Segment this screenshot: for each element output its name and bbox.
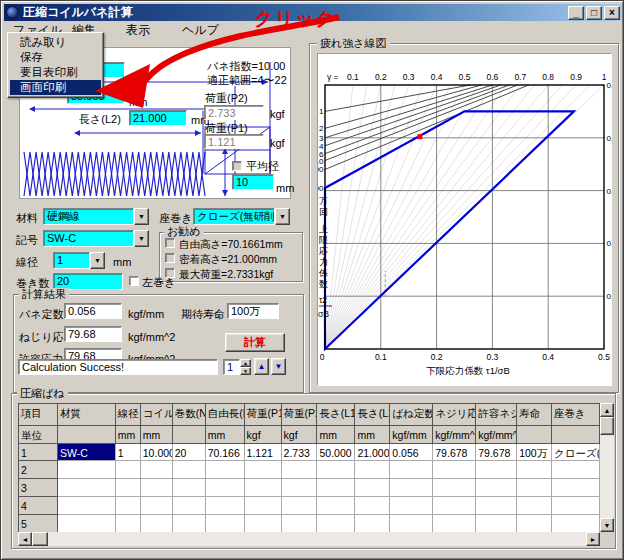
- empty-cell[interactable]: [116, 461, 141, 479]
- table-cell[interactable]: 100万: [517, 444, 552, 461]
- spinner-up-icon[interactable]: ▲: [240, 359, 251, 367]
- empty-cell[interactable]: [173, 479, 206, 497]
- spinner-down-icon[interactable]: ▼: [240, 367, 251, 375]
- table-cell[interactable]: 1: [116, 444, 141, 461]
- vscroll-thumb[interactable]: [600, 417, 614, 435]
- menu-help[interactable]: ヘルプ: [178, 21, 223, 40]
- menu-item-print-screen[interactable]: 画面印刷: [10, 80, 101, 95]
- empty-row-header[interactable]: 5: [19, 515, 58, 533]
- table-cell[interactable]: 20: [173, 444, 206, 461]
- table-cell[interactable]: 10.000: [141, 444, 173, 461]
- solid-height-checkbox[interactable]: [165, 253, 175, 263]
- empty-cell[interactable]: [517, 515, 552, 533]
- item-spinner[interactable]: ▲ ▼: [240, 359, 251, 375]
- empty-row-header[interactable]: 2: [19, 461, 58, 479]
- empty-cell[interactable]: [552, 497, 600, 515]
- menu-item-print-spec[interactable]: 要目表印刷: [10, 65, 101, 80]
- empty-cell[interactable]: [116, 479, 141, 497]
- life-field[interactable]: 100万: [227, 303, 279, 319]
- empty-cell[interactable]: [173, 515, 206, 533]
- empty-cell[interactable]: [282, 479, 318, 497]
- seat-dropdown[interactable]: クローズ(無研削) ▼: [193, 208, 290, 225]
- empty-cell[interactable]: [476, 461, 517, 479]
- empty-cell[interactable]: [552, 461, 600, 479]
- empty-cell[interactable]: [58, 497, 116, 515]
- empty-cell[interactable]: [141, 497, 173, 515]
- empty-cell[interactable]: [552, 479, 600, 497]
- table-cell[interactable]: 21.000: [355, 444, 390, 461]
- empty-cell[interactable]: [141, 461, 173, 479]
- empty-cell[interactable]: [476, 479, 517, 497]
- empty-cell[interactable]: [476, 497, 517, 515]
- empty-cell[interactable]: [245, 461, 282, 479]
- mean-diameter-field[interactable]: 10: [232, 174, 274, 190]
- menu-item-open[interactable]: 読み取り: [10, 35, 101, 50]
- l2-field[interactable]: 21.000: [129, 110, 187, 126]
- empty-cell[interactable]: [433, 497, 476, 515]
- empty-cell[interactable]: [355, 479, 390, 497]
- empty-cell[interactable]: [282, 461, 318, 479]
- table-cell[interactable]: クローズ(無研削): [552, 444, 600, 461]
- empty-cell[interactable]: [206, 461, 245, 479]
- empty-row-header[interactable]: 3: [19, 479, 58, 497]
- dropdown-arrow-icon[interactable]: ▼: [90, 252, 105, 269]
- calculate-button[interactable]: 計算: [225, 333, 285, 352]
- left-wind-checkbox[interactable]: [129, 276, 139, 286]
- empty-cell[interactable]: [317, 461, 355, 479]
- table-cell[interactable]: SW-C: [58, 444, 116, 461]
- empty-cell[interactable]: [141, 515, 173, 533]
- empty-cell[interactable]: [433, 461, 476, 479]
- empty-cell[interactable]: [317, 497, 355, 515]
- empty-cell[interactable]: [517, 479, 552, 497]
- empty-cell[interactable]: [173, 461, 206, 479]
- empty-cell[interactable]: [355, 497, 390, 515]
- menu-item-save[interactable]: 保存: [10, 50, 101, 65]
- prev-item-button[interactable]: ▲: [254, 358, 269, 375]
- free-height-checkbox[interactable]: [165, 238, 175, 248]
- empty-cell[interactable]: [245, 479, 282, 497]
- empty-cell[interactable]: [206, 515, 245, 533]
- empty-cell[interactable]: [317, 479, 355, 497]
- spring-constant-field[interactable]: 0.056: [64, 303, 122, 319]
- dropdown-arrow-icon[interactable]: ▼: [134, 230, 149, 247]
- empty-cell[interactable]: [552, 515, 600, 533]
- empty-cell[interactable]: [206, 497, 245, 515]
- mean-diameter-checkbox[interactable]: [232, 161, 242, 171]
- material-dropdown[interactable]: 硬鋼線 ▼: [43, 208, 149, 225]
- close-button[interactable]: ×: [604, 6, 620, 20]
- scroll-down-icon[interactable]: ▼: [600, 518, 614, 532]
- table-hscrollbar[interactable]: [18, 532, 600, 546]
- empty-cell[interactable]: [390, 479, 433, 497]
- torsion-stress-field[interactable]: 79.68: [64, 326, 122, 342]
- table-row-header[interactable]: 1: [19, 444, 58, 461]
- empty-cell[interactable]: [245, 497, 282, 515]
- empty-cell[interactable]: [517, 461, 552, 479]
- table-cell[interactable]: 79.678: [476, 444, 517, 461]
- empty-cell[interactable]: [355, 461, 390, 479]
- empty-cell[interactable]: [282, 515, 318, 533]
- table-cell[interactable]: 50.000: [317, 444, 355, 461]
- maximize-button[interactable]: □: [586, 6, 602, 20]
- table-cell[interactable]: 2.733: [282, 444, 318, 461]
- empty-cell[interactable]: [116, 497, 141, 515]
- empty-cell[interactable]: [206, 479, 245, 497]
- dropdown-arrow-icon[interactable]: ▼: [134, 208, 149, 225]
- table-cell[interactable]: 79.678: [433, 444, 476, 461]
- empty-cell[interactable]: [245, 515, 282, 533]
- empty-cell[interactable]: [433, 515, 476, 533]
- empty-cell[interactable]: [390, 515, 433, 533]
- scroll-right-icon[interactable]: ►: [586, 532, 600, 546]
- empty-cell[interactable]: [355, 515, 390, 533]
- empty-cell[interactable]: [58, 479, 116, 497]
- dropdown-arrow-icon[interactable]: ▼: [275, 208, 290, 225]
- empty-row-header[interactable]: 4: [19, 497, 58, 515]
- wire-dia-dropdown[interactable]: 1 ▼: [53, 252, 105, 269]
- empty-cell[interactable]: [317, 515, 355, 533]
- menu-view[interactable]: 表示: [122, 21, 154, 40]
- empty-cell[interactable]: [517, 497, 552, 515]
- empty-cell[interactable]: [116, 515, 141, 533]
- empty-cell[interactable]: [58, 515, 116, 533]
- empty-cell[interactable]: [58, 461, 116, 479]
- scroll-left-icon[interactable]: ◄: [18, 532, 32, 546]
- empty-cell[interactable]: [141, 479, 173, 497]
